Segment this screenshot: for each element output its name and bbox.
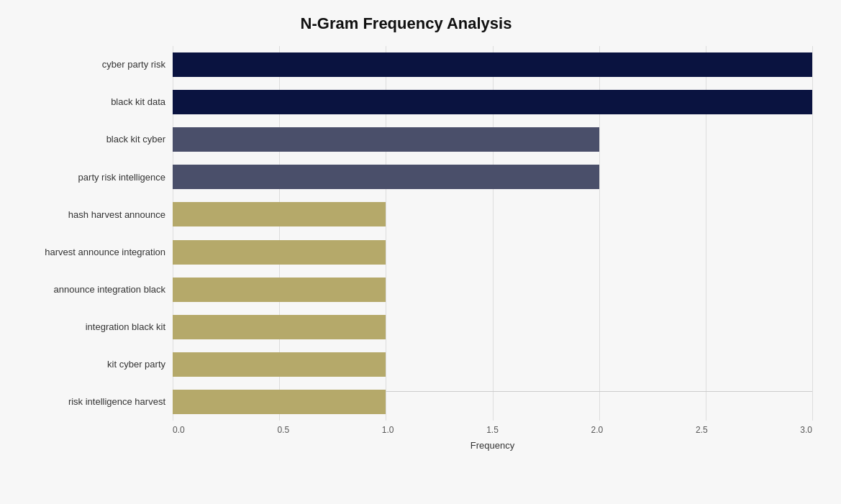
- y-label: announce integration black: [54, 284, 165, 295]
- bar: [173, 52, 812, 77]
- y-label: black kit cyber: [106, 134, 165, 145]
- bar: [173, 202, 386, 226]
- bar: [173, 315, 386, 339]
- bar-row: [173, 121, 812, 158]
- x-tick-label: 3.0: [800, 421, 812, 435]
- chart-title: N-Gram Frequency Analysis: [14, 14, 812, 33]
- y-label: black kit data: [111, 96, 165, 108]
- bars-container: [173, 46, 812, 421]
- x-tick-label: 2.5: [696, 421, 708, 435]
- bar-row: [173, 233, 812, 270]
- x-tick-label: 0.5: [277, 421, 289, 435]
- bar: [173, 240, 386, 265]
- bar: [173, 352, 386, 377]
- bar: [173, 278, 386, 302]
- y-label: harvest announce integration: [45, 247, 165, 258]
- bar-row: [173, 383, 812, 421]
- chart-area: cyber party riskblack kit datablack kit …: [14, 46, 812, 449]
- grid-line: [812, 46, 813, 421]
- bar-row: [173, 83, 812, 121]
- x-axis-label: Frequency: [173, 440, 812, 451]
- y-label: integration black kit: [86, 321, 165, 333]
- y-labels: cyber party riskblack kit datablack kit …: [14, 46, 173, 449]
- x-tick-label: 2.0: [591, 421, 604, 435]
- y-label: hash harvest announce: [68, 209, 165, 221]
- bar-row: [173, 346, 812, 383]
- bar-row: [173, 308, 812, 346]
- bar-row: [173, 196, 812, 233]
- bar-row: [173, 271, 812, 308]
- bar: [173, 90, 812, 114]
- bar: [173, 127, 599, 152]
- bar: [173, 165, 599, 189]
- chart-container: N-Gram Frequency Analysis cyber party ri…: [0, 0, 841, 504]
- y-label: kit cyber party: [107, 359, 165, 370]
- x-tick-label: 0.0: [173, 421, 185, 435]
- y-label: risk intelligence harvest: [68, 396, 165, 408]
- bar-row: [173, 158, 812, 196]
- bar: [173, 390, 386, 414]
- x-tick-label: 1.5: [486, 421, 499, 435]
- y-label: cyber party risk: [102, 59, 165, 70]
- plot-area: 0.00.51.01.52.02.53.0 Frequency: [173, 46, 812, 449]
- x-tick-label: 1.0: [382, 421, 394, 435]
- y-label: party risk intelligence: [78, 172, 165, 183]
- bar-row: [173, 46, 812, 83]
